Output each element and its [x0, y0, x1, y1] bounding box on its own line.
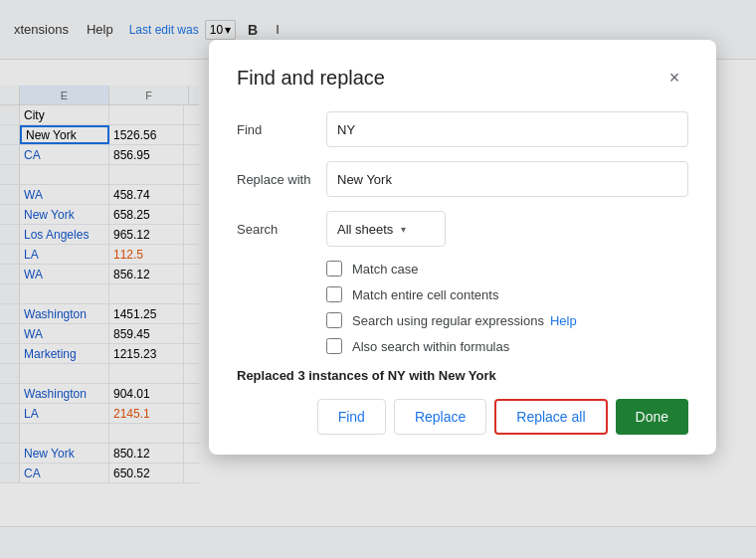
dropdown-arrow-icon: ▾ [401, 224, 406, 235]
regex-label: Search using regular expressions [352, 313, 544, 328]
replace-row: Replace with [237, 161, 688, 197]
find-row: Find [237, 111, 688, 147]
match-entire-label: Match entire cell contents [352, 287, 498, 302]
regex-row: Search using regular expressions Help [237, 312, 688, 328]
replace-all-button[interactable]: Replace all [494, 399, 607, 435]
search-dropdown[interactable]: All sheets ▾ [326, 211, 446, 247]
match-entire-checkbox[interactable] [326, 286, 342, 302]
within-formulas-checkbox[interactable] [326, 338, 342, 354]
search-row: Search All sheets ▾ [237, 211, 688, 247]
find-label: Find [237, 122, 326, 137]
search-option-label: All sheets [337, 222, 393, 237]
replace-label: Replace with [237, 172, 326, 187]
match-case-row: Match case [237, 261, 688, 277]
match-case-label: Match case [352, 262, 418, 277]
dialog-close-button[interactable]: × [661, 64, 688, 92]
regex-help-link[interactable]: Help [550, 313, 577, 328]
replace-button[interactable]: Replace [394, 399, 486, 435]
dialog-title: Find and replace [237, 67, 385, 90]
match-case-checkbox[interactable] [326, 261, 342, 277]
done-button[interactable]: Done [616, 399, 688, 435]
find-input[interactable] [326, 111, 688, 147]
match-entire-row: Match entire cell contents [237, 286, 688, 302]
within-formulas-label: Also search within formulas [352, 339, 509, 354]
dialog-header: Find and replace × [237, 64, 688, 92]
status-text: Replaced 3 instances of NY with New York [237, 368, 688, 383]
find-button[interactable]: Find [317, 399, 386, 435]
replace-input[interactable] [326, 161, 688, 197]
find-replace-dialog: Find and replace × Find Replace with Sea… [209, 40, 716, 455]
dialog-footer: Find Replace Replace all Done [237, 399, 688, 435]
regex-checkbox[interactable] [326, 312, 342, 328]
search-label: Search [237, 222, 326, 237]
within-formulas-row: Also search within formulas [237, 338, 688, 354]
